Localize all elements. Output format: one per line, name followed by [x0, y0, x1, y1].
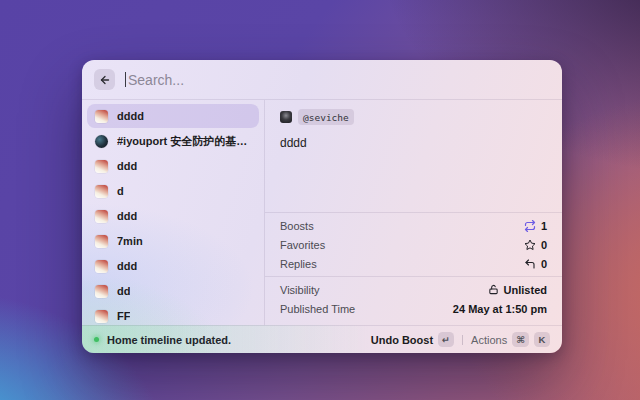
list-item[interactable]: ddd — [87, 154, 259, 178]
undo-boost-button[interactable]: Undo Boost ↵ — [371, 332, 454, 347]
back-button[interactable] — [94, 69, 115, 90]
list-item[interactable]: dd — [87, 279, 259, 303]
list-item-label: #iyouport 安全防护的基本思路。 … — [117, 134, 251, 149]
boost-icon — [524, 220, 536, 232]
meta-section: Visibility Unlisted Published Time 24 Ma… — [265, 276, 562, 325]
list-item-label: 7min — [117, 235, 143, 247]
seviche-avatar-icon — [95, 110, 108, 123]
search-palette-window: dddd #iyouport 安全防护的基本思路。 … ddd d ddd 7m… — [82, 60, 562, 353]
meta-label: Visibility — [280, 284, 320, 296]
search-field-wrap — [125, 60, 550, 99]
star-icon — [524, 239, 536, 251]
return-key-badge: ↵ — [438, 332, 454, 347]
list-item[interactable]: FF — [87, 304, 259, 325]
undo-boost-label: Undo Boost — [371, 334, 433, 346]
detail-pane: @seviche dddd Boosts 1 Favorites 0 — [265, 100, 562, 325]
seviche-avatar-icon — [95, 235, 108, 248]
stat-count: 0 — [541, 258, 547, 270]
actions-button[interactable]: Actions ⌘ K — [471, 332, 550, 347]
seviche-avatar-icon — [95, 210, 108, 223]
search-input[interactable] — [126, 72, 550, 88]
meta-row-published: Published Time 24 May at 1:50 pm — [280, 299, 547, 318]
stat-row-replies: Replies 0 — [280, 254, 547, 273]
list-item-label: ddd — [117, 260, 137, 272]
status-content: dddd — [280, 136, 547, 150]
footer-status-text: Home timeline updated. — [107, 334, 231, 346]
search-header — [82, 60, 562, 100]
list-item[interactable]: d — [87, 179, 259, 203]
meta-row-visibility: Visibility Unlisted — [280, 280, 547, 299]
seviche-avatar-icon — [95, 260, 108, 273]
list-item[interactable]: ddd — [87, 254, 259, 278]
stat-count: 0 — [541, 239, 547, 251]
iyouport-avatar-icon — [95, 135, 108, 148]
list-item-label: d — [117, 185, 124, 197]
stats-section: Boosts 1 Favorites 0 Replies — [265, 212, 562, 276]
status-preview: @seviche dddd — [265, 100, 562, 212]
stat-row-favorites: Favorites 0 — [280, 235, 547, 254]
list-item[interactable]: #iyouport 安全防护的基本思路。 … — [87, 129, 259, 153]
published-time-value: 24 May at 1:50 pm — [453, 303, 547, 315]
seviche-avatar-icon — [95, 185, 108, 198]
lock-open-icon — [488, 284, 499, 295]
list-item-label: dddd — [117, 110, 144, 122]
actions-label: Actions — [471, 334, 507, 346]
stat-label: Favorites — [280, 239, 325, 251]
list-item[interactable]: 7min — [87, 229, 259, 253]
footer-divider — [462, 335, 463, 345]
stat-label: Boosts — [280, 220, 314, 232]
k-key-badge: K — [534, 332, 550, 347]
results-list: dddd #iyouport 安全防护的基本思路。 … ddd d ddd 7m… — [82, 100, 265, 325]
author-row: @seviche — [280, 109, 547, 125]
stat-value: 0 — [524, 258, 547, 270]
visibility-value: Unlisted — [504, 284, 547, 296]
palette-body: dddd #iyouport 安全防护的基本思路。 … ddd d ddd 7m… — [82, 100, 562, 325]
list-item-label: ddd — [117, 160, 137, 172]
arrow-left-icon — [99, 74, 111, 86]
status-dot-icon — [94, 337, 99, 342]
seviche-avatar-icon — [95, 310, 108, 323]
seviche-avatar-icon — [95, 285, 108, 298]
list-item-label: dd — [117, 285, 130, 297]
author-avatar-icon — [280, 111, 292, 123]
meta-label: Published Time — [280, 303, 355, 315]
stat-row-boosts: Boosts 1 — [280, 216, 547, 235]
stat-value: 0 — [524, 239, 547, 251]
list-item-label: ddd — [117, 210, 137, 222]
seviche-avatar-icon — [95, 160, 108, 173]
footer-bar: Home timeline updated. Undo Boost ↵ Acti… — [82, 325, 562, 353]
reply-icon — [524, 258, 536, 270]
stat-count: 1 — [541, 220, 547, 232]
stat-label: Replies — [280, 258, 317, 270]
meta-value: Unlisted — [488, 284, 547, 296]
list-item[interactable]: dddd — [87, 104, 259, 128]
command-key-badge: ⌘ — [512, 332, 529, 347]
list-item-label: FF — [117, 310, 130, 322]
list-item[interactable]: ddd — [87, 204, 259, 228]
stat-value: 1 — [524, 220, 547, 232]
author-handle-badge[interactable]: @seviche — [298, 109, 354, 125]
